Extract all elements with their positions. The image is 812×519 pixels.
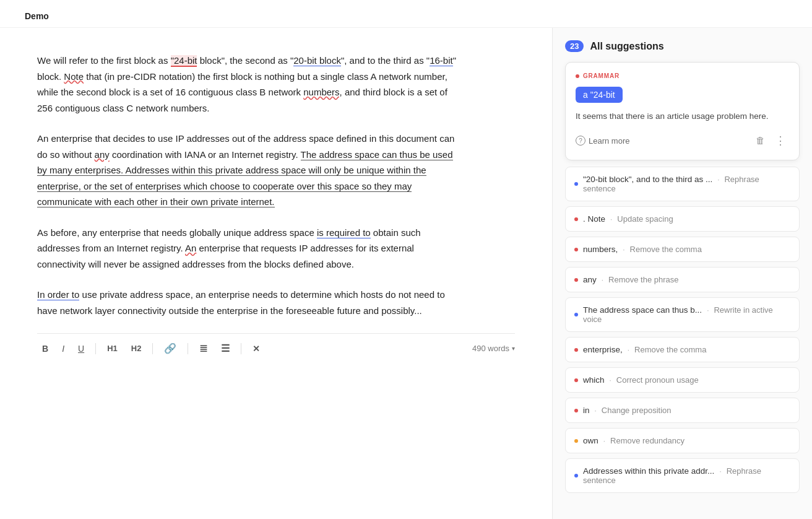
app-title: Demo <box>25 11 49 21</box>
suggestion-separator: · <box>719 466 724 476</box>
dot-indicator <box>574 182 578 186</box>
suggestion-action: Update spacing <box>617 214 673 224</box>
bold-button[interactable]: B <box>37 341 53 356</box>
dot-indicator <box>574 474 578 478</box>
ordered-list-button[interactable]: ≣ <box>194 340 212 357</box>
suggestion-keyword: numbers, <box>583 245 618 254</box>
suggestion-keyword: in <box>583 406 590 415</box>
clear-button[interactable]: ✕ <box>248 341 265 356</box>
suggestion-action: Remove the comma <box>630 245 702 254</box>
h2-button[interactable]: H2 <box>126 341 147 355</box>
highlight-20bit[interactable]: 20-bit block <box>293 55 341 66</box>
dot-indicator <box>574 217 578 221</box>
suggestion-separator: · <box>628 345 633 354</box>
word-count-chevron: ▾ <box>512 345 515 352</box>
highlight-an[interactable]: An <box>185 243 196 253</box>
sidebar: 23 All suggestions GRAMMAR a "24-bit It … <box>552 28 812 519</box>
dot-indicator <box>574 313 578 316</box>
dot-indicator <box>574 278 578 282</box>
suggestion-separator: · <box>603 436 608 445</box>
suggestion-separator: · <box>602 275 607 284</box>
grammar-card-expanded[interactable]: GRAMMAR a "24-bit It seems that there is… <box>565 62 800 160</box>
suggestion-item[interactable]: which · Correct pronoun usage <box>565 367 800 393</box>
question-icon: ? <box>576 136 585 146</box>
link-button[interactable]: 🔗 <box>159 340 181 357</box>
suggestion-keyword: "20-bit block", and to the third as ... <box>583 175 712 184</box>
dot-indicator <box>574 348 578 352</box>
suggestion-chip[interactable]: a "24-bit <box>576 87 623 103</box>
toolbar-divider-2 <box>152 343 153 354</box>
suggestion-item[interactable]: Addresses within this private addr... · … <box>565 458 800 493</box>
suggestion-item[interactable]: . Note · Update spacing <box>565 206 800 232</box>
toolbar-divider-1 <box>95 343 96 354</box>
suggestion-separator: · <box>610 214 615 224</box>
toolbar-divider-4 <box>241 343 241 354</box>
dot-indicator <box>574 248 578 251</box>
sidebar-title: All suggestions <box>590 41 663 52</box>
main-layout: We will refer to the first block as "24-… <box>0 28 812 519</box>
paragraph-4: In order to use private address space, a… <box>37 287 458 318</box>
underline-button[interactable]: U <box>73 341 89 356</box>
editor-content[interactable]: We will refer to the first block as "24-… <box>37 53 458 318</box>
suggestion-action: Remove the comma <box>634 345 706 354</box>
suggestion-item[interactable]: any · Remove the phrase <box>565 267 800 292</box>
grammar-label: GRAMMAR <box>576 72 789 79</box>
suggestion-item[interactable]: enterprise, · Remove the comma <box>565 337 800 362</box>
highlight-any[interactable]: any <box>95 149 110 160</box>
highlight-numbers[interactable]: numbers, <box>303 87 342 97</box>
suggestion-separator: · <box>707 305 712 315</box>
trash-icon: 🗑 <box>756 135 765 146</box>
app-header: Demo <box>0 0 812 28</box>
highlight-note[interactable]: Note <box>64 71 84 82</box>
italic-button[interactable]: I <box>57 341 69 356</box>
suggestion-item[interactable]: in · Change preposition <box>565 398 800 423</box>
card-actions: 🗑 ⋮ <box>753 131 789 150</box>
paragraph-3: As before, any enterprise that needs glo… <box>37 225 458 273</box>
highlight-16bit[interactable]: 16-bit <box>430 55 453 66</box>
ellipsis-icon: ⋮ <box>775 134 787 147</box>
suggestion-keyword: The address space can thus b... <box>583 305 702 315</box>
suggestion-keyword: which <box>583 375 605 385</box>
suggestion-item[interactable]: "20-bit block", and to the third as ... … <box>565 167 800 201</box>
suggestion-action: Correct pronoun usage <box>616 375 699 385</box>
word-count-value: 490 words <box>472 344 509 353</box>
suggestions-badge: 23 <box>565 40 584 52</box>
toolbar-divider-3 <box>188 343 188 354</box>
highlight-in-order[interactable]: In order to <box>37 289 79 300</box>
highlight-is-required[interactable]: is required to <box>317 227 371 238</box>
h1-button[interactable]: H1 <box>102 341 123 355</box>
suggestion-keyword: any <box>583 275 597 284</box>
delete-suggestion-button[interactable]: 🗑 <box>753 131 767 150</box>
suggestion-separator: · <box>623 245 628 254</box>
grammar-description: It seems that there is an article usage … <box>576 110 789 123</box>
sidebar-header: 23 All suggestions <box>565 40 800 52</box>
suggestion-action: Remove the phrase <box>608 275 678 284</box>
paragraph-2: An enterprise that decides to use IP add… <box>37 131 458 210</box>
suggestion-keyword: . Note <box>583 214 605 224</box>
suggestion-separator: · <box>594 406 599 415</box>
suggestion-separator: · <box>609 375 614 385</box>
suggestion-action: Change preposition <box>602 406 672 415</box>
dot-indicator <box>574 439 578 443</box>
dot-indicator <box>574 409 578 412</box>
suggestion-item[interactable]: numbers, · Remove the comma <box>565 237 800 262</box>
suggestion-keyword: own <box>583 436 598 445</box>
suggestion-action: Remove redundancy <box>610 436 685 445</box>
dot-indicator <box>574 378 578 382</box>
more-options-button[interactable]: ⋮ <box>772 131 789 150</box>
unordered-list-button[interactable]: ☰ <box>216 340 235 357</box>
suggestion-item[interactable]: own · Remove redundancy <box>565 428 800 453</box>
editor-area: We will refer to the first block as "24-… <box>0 28 552 519</box>
suggestion-keyword: Addresses within this private addr... <box>583 466 714 476</box>
learn-more-label: Learn more <box>589 136 629 146</box>
grammar-card-footer: ? Learn more 🗑 ⋮ <box>576 131 789 150</box>
suggestion-keyword: enterprise, <box>583 345 623 354</box>
paragraph-1: We will refer to the first block as "24-… <box>37 53 458 116</box>
suggestion-item[interactable]: The address space can thus b... · Rewrit… <box>565 297 800 332</box>
suggestion-separator: · <box>717 175 722 184</box>
suggestions-list: "20-bit block", and to the third as ... … <box>565 167 800 493</box>
learn-more-button[interactable]: ? Learn more <box>576 136 629 146</box>
highlight-24bit[interactable]: "24-bit <box>171 55 197 67</box>
editor-toolbar: B I U H1 H2 🔗 ≣ ☰ ✕ 490 words ▾ <box>37 333 515 363</box>
word-count[interactable]: 490 words ▾ <box>472 344 515 353</box>
